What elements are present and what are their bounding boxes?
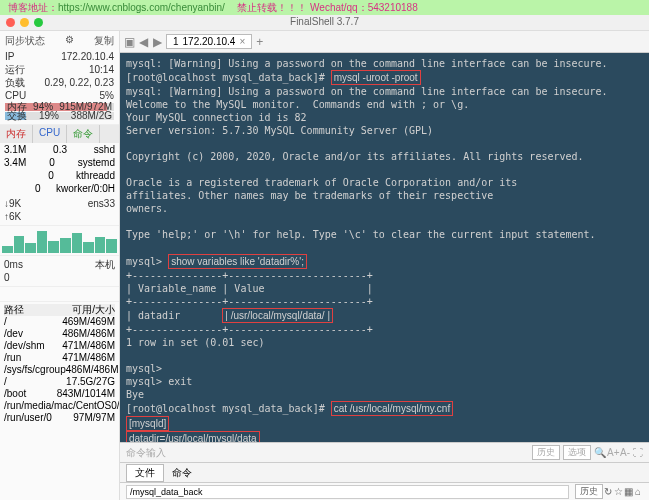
folder-icon[interactable]: ▣ bbox=[124, 35, 134, 49]
path-bar: 历史 ↻ ☆ ▦ ⌂ bbox=[120, 482, 649, 500]
local-label: 本机 bbox=[95, 258, 115, 271]
expand-icon[interactable]: ⛶ bbox=[633, 447, 643, 458]
sidebar: 同步状态⚙复制 IP172.20.10.4 运行10:14 负载0.29, 0.… bbox=[0, 31, 120, 500]
tab-strip: ▣ ◀ ▶ 1172.20.10.4× + bbox=[120, 31, 649, 53]
blog-label: 博客地址： bbox=[8, 2, 58, 13]
command-input-bar: 命令输入 历史 选项 🔍 A+ A- ⛶ bbox=[120, 442, 649, 462]
search-icon[interactable]: 🔍 bbox=[594, 447, 604, 458]
back-icon[interactable]: ◀ bbox=[138, 35, 148, 49]
load-label: 负载 bbox=[5, 76, 25, 89]
home-icon[interactable]: ⌂ bbox=[633, 486, 643, 497]
swap-bar: 交换19%388M/2G bbox=[5, 112, 114, 120]
copy-link[interactable]: 复制 bbox=[94, 34, 114, 48]
latency: 0ms bbox=[4, 258, 23, 271]
terminal[interactable]: mysql: [Warning] Using a password on the… bbox=[120, 53, 649, 442]
settings-icon[interactable]: ⚙ bbox=[65, 34, 75, 48]
options-button[interactable]: 选项 bbox=[563, 445, 591, 460]
header-banner: 博客地址：https://www.cnblogs.com/chenyanbin/… bbox=[0, 0, 649, 15]
path-input[interactable] bbox=[126, 485, 569, 499]
run-label: 运行 bbox=[5, 63, 25, 76]
maximize-icon[interactable] bbox=[34, 18, 43, 27]
status-header: 同步状态 bbox=[5, 34, 45, 48]
bottom-tabs: 文件 命令 bbox=[120, 462, 649, 482]
history-button[interactable]: 历史 bbox=[532, 445, 560, 460]
run-value: 10:14 bbox=[89, 63, 114, 76]
ip-label: IP bbox=[5, 50, 14, 63]
lat-graph bbox=[0, 287, 119, 302]
bookmark-icon[interactable]: ☆ bbox=[613, 486, 623, 497]
contact-value: 543210188 bbox=[368, 2, 418, 13]
add-tab[interactable]: + bbox=[256, 35, 263, 49]
load-value: 0.29, 0.22, 0.23 bbox=[44, 76, 114, 89]
reload-icon[interactable]: ↻ bbox=[603, 486, 613, 497]
filesystem-list: 路径可用/大小 /469M/469M /dev486M/486M /dev/sh… bbox=[0, 302, 119, 426]
app-title: FinalShell 3.7.7 bbox=[0, 16, 649, 27]
contact-label: Wechat/qq： bbox=[310, 2, 368, 13]
net-up: 6K bbox=[9, 211, 21, 222]
zoom-out-icon[interactable]: A- bbox=[620, 447, 630, 458]
window-controls: FinalShell 3.7.7 bbox=[0, 15, 649, 31]
minimize-icon[interactable] bbox=[20, 18, 29, 27]
zoom-in-icon[interactable]: A+ bbox=[607, 447, 617, 458]
proc-tabs[interactable]: 内存CPU命令 bbox=[0, 125, 119, 143]
process-list: 3.1M0.3sshd 3.4M0systemd 0kthreadd 0kwor… bbox=[0, 143, 119, 195]
cmd-placeholder[interactable]: 命令输入 bbox=[126, 446, 166, 460]
blog-url[interactable]: https://www.cnblogs.com/chenyanbin/ bbox=[58, 2, 225, 13]
close-icon[interactable] bbox=[6, 18, 15, 27]
path-history-button[interactable]: 历史 bbox=[575, 484, 603, 499]
tab-files[interactable]: 文件 bbox=[126, 464, 164, 482]
net-graph bbox=[0, 226, 119, 256]
close-tab-icon[interactable]: × bbox=[239, 36, 245, 47]
session-tab[interactable]: 1172.20.10.4× bbox=[166, 34, 252, 49]
net-if: ens33 bbox=[88, 197, 115, 210]
fwd-icon[interactable]: ▶ bbox=[152, 35, 162, 49]
tab-commands[interactable]: 命令 bbox=[172, 466, 192, 480]
no-reprint: 禁止转载！！！ bbox=[237, 2, 307, 13]
grid-icon[interactable]: ▦ bbox=[623, 486, 633, 497]
ip-value: 172.20.10.4 bbox=[61, 50, 114, 63]
net-down: 9K bbox=[9, 198, 21, 209]
